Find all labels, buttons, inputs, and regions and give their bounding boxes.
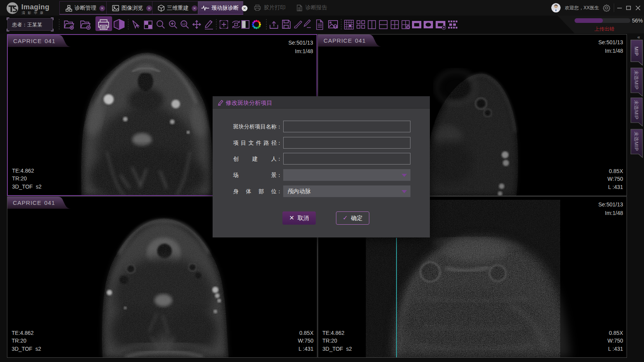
svg-text:x2: x2 — [182, 22, 186, 26]
